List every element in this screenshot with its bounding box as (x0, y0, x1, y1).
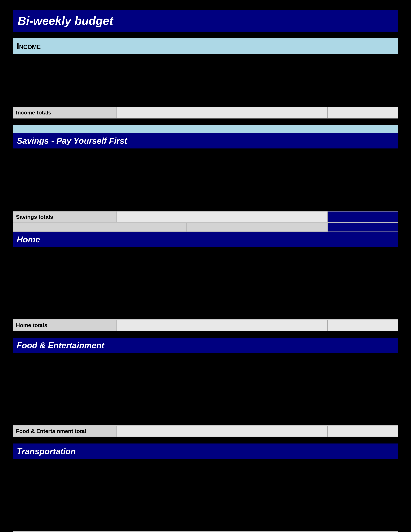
food-totals-col1[interactable] (116, 426, 187, 437)
home-totals-label-cell: Home totals (13, 320, 116, 331)
income-totals-label-cell: Income totals (13, 107, 116, 118)
light-blue-accent (13, 125, 398, 133)
spacer2 (13, 331, 398, 338)
spacer3 (13, 437, 398, 444)
income-totals-col3[interactable] (257, 107, 327, 118)
food-totals-row: Food & Entertainment total (13, 425, 398, 437)
page-container: Bi-weekly budget Income Income totals Sa… (13, 10, 398, 532)
income-totals-col4[interactable] (327, 107, 398, 118)
spacer1 (13, 118, 398, 125)
savings-totals-col1[interactable] (116, 211, 187, 222)
savings-totals-label: Savings totals (16, 214, 53, 220)
home-totals-col2[interactable] (187, 320, 257, 331)
home-content-rows (13, 248, 398, 319)
transportation-totals-row: Transportation totals (13, 531, 398, 532)
savings-accent-col2 (187, 223, 257, 232)
transportation-content-rows (13, 460, 398, 531)
home-totals-label: Home totals (16, 322, 47, 328)
savings-label: Savings - Pay Yourself First (17, 136, 394, 146)
savings-totals-col3[interactable] (257, 211, 327, 222)
income-totals-label: Income totals (16, 109, 51, 116)
income-section-header: Income (13, 38, 398, 54)
food-totals-col3[interactable] (257, 426, 327, 437)
savings-content-rows (13, 150, 398, 211)
food-totals-label: Food & Entertainment total (16, 428, 86, 434)
savings-accent-col1 (116, 223, 187, 232)
food-totals-col4[interactable] (327, 426, 398, 437)
transportation-label: Transportation (17, 446, 394, 456)
home-totals-col4[interactable] (327, 320, 398, 331)
savings-totals-label-cell: Savings totals (13, 211, 116, 222)
income-totals-col1[interactable] (116, 107, 187, 118)
savings-totals-col4-dark[interactable] (327, 211, 398, 222)
home-totals-row: Home totals (13, 319, 398, 331)
savings-accent-col3 (257, 223, 328, 232)
food-totals-label-cell: Food & Entertainment total (13, 426, 116, 437)
home-totals-col1[interactable] (116, 320, 187, 331)
food-label: Food & Entertainment (17, 341, 394, 350)
savings-accent-col4-dark (328, 223, 398, 232)
home-label: Home (17, 235, 394, 244)
income-totals-row: Income totals (13, 107, 398, 118)
savings-accent-col0 (13, 223, 116, 232)
income-label: Income (17, 41, 394, 51)
title-bar: Bi-weekly budget (13, 10, 398, 32)
savings-accent-row (13, 223, 398, 232)
food-content-rows (13, 354, 398, 425)
transportation-section-header: Transportation (13, 444, 398, 459)
savings-totals-col2[interactable] (187, 211, 257, 222)
savings-section-header: Savings - Pay Yourself First (13, 133, 398, 149)
savings-totals-row: Savings totals (13, 211, 398, 223)
home-totals-col3[interactable] (257, 320, 327, 331)
food-totals-col2[interactable] (187, 426, 257, 437)
home-section-header: Home (13, 232, 398, 247)
food-section-header: Food & Entertainment (13, 338, 398, 353)
page-title: Bi-weekly budget (18, 14, 393, 28)
income-content-rows (13, 55, 398, 107)
income-totals-col2[interactable] (187, 107, 257, 118)
